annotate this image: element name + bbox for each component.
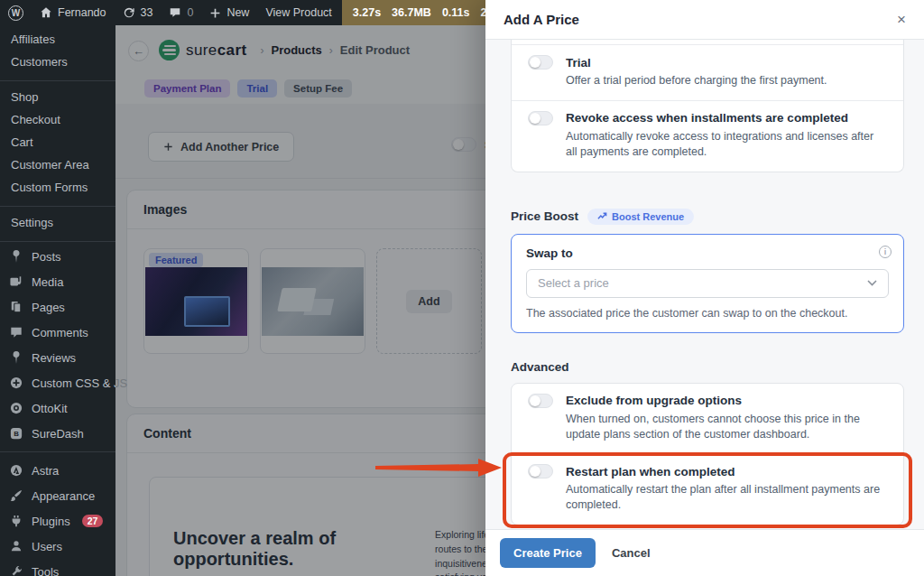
sidebar-item-tools[interactable]: Tools <box>0 559 116 576</box>
sidebar-divider <box>0 80 116 81</box>
trial-toggle-row: Trial Offer a trial period before chargi… <box>512 45 903 100</box>
sidebar-item-plugins[interactable]: Plugins 27 <box>0 508 116 534</box>
new-content-menu[interactable]: New <box>201 0 257 25</box>
astra-icon <box>9 463 23 478</box>
sidebar-item-custom-css-js[interactable]: Custom CSS & JS <box>0 370 116 395</box>
modal-body: Trial Offer a trial period before chargi… <box>485 40 924 529</box>
pin-icon <box>9 350 23 365</box>
sidebar-item-cart[interactable]: Cart <box>0 131 116 153</box>
close-icon[interactable]: × <box>897 12 906 27</box>
revoke-access-toggle-row: Revoke access when installments are comp… <box>512 100 903 172</box>
trend-up-icon <box>597 212 607 220</box>
boost-revenue-badge: Boost Revenue <box>587 209 694 225</box>
plugin-icon <box>9 514 23 528</box>
sidebar-item-affiliates[interactable]: Affiliates <box>0 28 116 51</box>
advanced-options-card: Exclude from upgrade options When turned… <box>511 383 904 526</box>
ottokit-icon <box>9 401 23 415</box>
sidebar-item-customers[interactable]: Customers <box>0 51 116 73</box>
sidebar-item-pages[interactable]: Pages <box>0 294 116 320</box>
sidebar-item-comments[interactable]: Comments <box>0 320 116 345</box>
comments-bubble-icon <box>169 6 181 19</box>
svg-text:B: B <box>14 430 19 438</box>
sidebar-item-posts[interactable]: Posts <box>0 244 116 269</box>
sidebar-item-reviews[interactable]: Reviews <box>0 345 116 370</box>
sidebar-item-custom-forms[interactable]: Custom Forms <box>0 176 116 199</box>
sidebar-item-appearance[interactable]: Appearance <box>0 483 116 508</box>
screen: W Fernando 33 0 New View Product 3.27s 3… <box>0 0 924 576</box>
sidebar-divider <box>0 451 116 452</box>
sidebar-item-checkout[interactable]: Checkout <box>0 108 116 131</box>
wordpress-menu[interactable]: W <box>0 0 32 25</box>
select-placeholder: Select a price <box>538 276 609 290</box>
plus-icon <box>209 7 221 19</box>
comment-bubble-icon <box>9 325 23 339</box>
sidebar-item-customer-area[interactable]: Customer Area <box>0 153 116 176</box>
site-name[interactable]: Fernando <box>32 0 115 25</box>
plugins-update-badge: 27 <box>82 515 104 527</box>
sidebar-item-surecart-settings[interactable]: Settings <box>0 211 116 234</box>
qm-memory: 36.7MB <box>392 6 431 19</box>
updates-indicator[interactable]: 33 <box>115 0 162 25</box>
appearance-brush-icon <box>9 488 23 503</box>
pin-icon <box>9 249 23 264</box>
chevron-down-icon <box>867 280 877 286</box>
qm-page-time: 3.27s <box>353 6 381 19</box>
sidebar-divider <box>0 206 116 207</box>
qm-db-time: 0.11s <box>442 6 470 19</box>
view-product-link[interactable]: View Product <box>257 0 339 25</box>
modal-title: Add A Price <box>504 12 579 27</box>
swap-to-label: Swap to <box>526 246 889 260</box>
sidebar-item-suredash[interactable]: B SureDash <box>0 421 116 446</box>
create-price-button[interactable]: Create Price <box>500 538 596 568</box>
add-price-modal: Add A Price × Trial Offer a trial period… <box>485 0 924 576</box>
sidebar-divider <box>0 241 116 242</box>
exclude-upgrade-toggle[interactable] <box>528 394 553 408</box>
wrench-icon <box>9 564 23 576</box>
wp-admin-sidebar: Affiliates Customers Shop Checkout Cart … <box>0 25 116 576</box>
sidebar-item-users[interactable]: Users <box>0 534 116 559</box>
sidebar-item-ottokit[interactable]: OttoKit <box>0 395 116 421</box>
swap-to-select[interactable]: Select a price <box>526 269 889 298</box>
sidebar-item-shop[interactable]: Shop <box>0 86 116 108</box>
updates-icon <box>123 6 135 19</box>
modal-header: Add A Price × <box>485 0 924 40</box>
price-boost-card: Swap to i Select a price The associated … <box>511 234 904 333</box>
plus-circle-icon <box>9 376 23 390</box>
sidebar-item-media[interactable]: Media <box>0 269 116 294</box>
price-options-card: Trial Offer a trial period before chargi… <box>511 40 904 172</box>
advanced-heading: Advanced <box>511 360 904 374</box>
cancel-button[interactable]: Cancel <box>612 546 651 560</box>
home-icon <box>40 6 52 19</box>
exclude-upgrade-toggle-row: Exclude from upgrade options When turned… <box>512 384 903 454</box>
user-icon <box>9 539 23 553</box>
trial-toggle[interactable] <box>528 55 553 70</box>
revoke-access-toggle[interactable] <box>528 111 553 125</box>
suredash-icon: B <box>9 426 23 441</box>
restart-plan-toggle[interactable] <box>528 464 553 478</box>
price-boost-heading: Price Boost Boost Revenue <box>511 209 904 225</box>
modal-footer: Create Price Cancel <box>485 529 924 576</box>
comments-indicator[interactable]: 0 <box>161 0 201 25</box>
swap-to-helper-text: The associated price the customer can sw… <box>526 307 889 320</box>
pages-icon <box>9 300 23 314</box>
media-icon <box>9 274 23 289</box>
info-icon[interactable]: i <box>879 246 892 258</box>
sidebar-item-astra[interactable]: Astra <box>0 458 116 483</box>
restart-plan-toggle-row: Restart plan when completed Automaticall… <box>512 453 903 525</box>
wordpress-logo-icon: W <box>8 5 23 21</box>
